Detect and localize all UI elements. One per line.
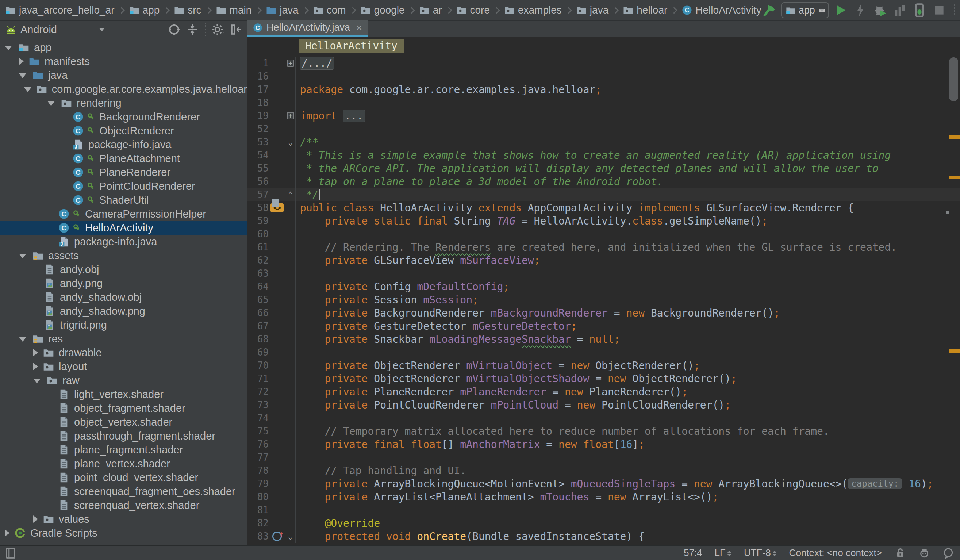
warning-stripe[interactable]: [949, 349, 960, 353]
line-number[interactable]: 76: [248, 439, 269, 450]
line-number[interactable]: 61: [248, 242, 269, 253]
tree-item-drawable[interactable]: drawable: [0, 346, 247, 360]
breadcrumb-item-java_arcore_hello_ar[interactable]: java_arcore_hello_ar: [5, 4, 115, 16]
gear-icon[interactable]: [211, 23, 224, 36]
build-button[interactable]: [762, 2, 778, 18]
tree-item-values[interactable]: values: [0, 512, 247, 526]
line-number[interactable]: 52: [248, 123, 269, 134]
run-configuration-select[interactable]: app: [781, 2, 829, 18]
tree-item-assets[interactable]: assets: [0, 249, 247, 262]
code-text[interactable]: import ...: [296, 110, 365, 122]
breadcrumb-item-main[interactable]: main: [216, 4, 252, 16]
tree-item-manifests[interactable]: manifests: [0, 54, 247, 68]
fold-start-icon[interactable]: ⌄: [288, 532, 293, 541]
run-button[interactable]: [833, 2, 849, 18]
tree-item-backgroundrenderer[interactable]: CBackgroundRenderer: [0, 110, 247, 124]
code-text[interactable]: private static final String TAG = HelloA…: [296, 215, 768, 227]
line-number[interactable]: 59: [248, 215, 269, 226]
tree-item-app[interactable]: app: [0, 40, 247, 54]
line-number[interactable]: 63: [248, 268, 269, 279]
tree-expanded-icon[interactable]: [19, 337, 26, 342]
fold-end-icon[interactable]: ⌃: [288, 190, 293, 199]
close-icon[interactable]: ×: [356, 22, 362, 33]
breadcrumb-item-HelloArActivity[interactable]: CHelloArActivity: [682, 4, 761, 16]
debug-button[interactable]: [872, 2, 888, 18]
breadcrumb-item-java[interactable]: java: [266, 4, 298, 16]
tree-expanded-icon[interactable]: [19, 74, 26, 78]
line-number[interactable]: 70: [248, 360, 269, 371]
line-number[interactable]: 83: [248, 531, 269, 542]
fold-start-icon[interactable]: ⌄: [288, 138, 293, 147]
collapse-all-icon[interactable]: [186, 23, 199, 36]
tree-item-camerapermissionhelper[interactable]: CCameraPermissionHelper: [0, 207, 247, 221]
profiler-button[interactable]: [892, 2, 908, 18]
code-text[interactable]: // Temporary matrix allocated here to re…: [296, 425, 829, 437]
code-text[interactable]: private PointCloudRenderer mPointCloud =…: [296, 399, 731, 411]
tree-item-gradle-scripts[interactable]: Gradle Scripts: [0, 526, 247, 540]
line-number[interactable]: 18: [248, 97, 269, 108]
breadcrumb-item-java[interactable]: java: [576, 4, 608, 16]
code-text[interactable]: private ObjectRenderer mVirtualObject = …: [296, 360, 700, 372]
line-number[interactable]: 62: [248, 255, 269, 266]
tree-expanded-icon[interactable]: [24, 87, 31, 92]
code-text[interactable]: public class HelloArActivity extends App…: [296, 202, 854, 214]
breadcrumb-class-chip[interactable]: HelloArActivity: [299, 39, 404, 53]
code-text[interactable]: private Snackbar mLoadingMessageSnackbar…: [296, 333, 620, 346]
tree-item-com-google-ar-core-examples-java-helloar[interactable]: com.google.ar.core.examples.java.helloar: [0, 82, 247, 96]
tool-window-toggle-icon[interactable]: [4, 547, 17, 559]
tree-item-light-vertex-shader[interactable]: light_vertex.shader: [0, 387, 247, 401]
tree-item-object-fragment-shader[interactable]: object_fragment.shader: [0, 401, 247, 415]
line-number[interactable]: 16: [248, 71, 269, 82]
code-text[interactable]: private ArrayList<PlaneAttachment> mTouc…: [296, 491, 718, 503]
inspections-hector-icon[interactable]: [918, 547, 930, 559]
caret-position-widget[interactable]: 57:4: [684, 547, 702, 558]
line-number[interactable]: 53: [248, 136, 269, 147]
code-text[interactable]: * the ARCore API. The application will d…: [296, 162, 878, 174]
code-text[interactable]: private Config mDefaultConfig;: [296, 281, 509, 293]
tree-expanded-icon[interactable]: [48, 101, 55, 106]
related-xml-badge-icon[interactable]: <>: [270, 203, 284, 212]
code-text[interactable]: private Session mSession;: [296, 294, 478, 306]
editor-scrollbar[interactable]: [947, 54, 960, 546]
line-number[interactable]: 82: [248, 518, 269, 529]
tree-item-plane-fragment-shader[interactable]: plane_fragment.shader: [0, 443, 247, 457]
code-text[interactable]: * tap on a plane to place a 3d model of …: [296, 176, 663, 188]
lock-icon[interactable]: [894, 547, 906, 559]
line-number[interactable]: 74: [248, 413, 269, 424]
breadcrumb-item-src[interactable]: src: [174, 4, 201, 16]
tree-collapsed-icon[interactable]: [33, 349, 38, 356]
tree-item-pointcloudrenderer[interactable]: CPointCloudRenderer: [0, 179, 247, 193]
code-editor[interactable]: 1+/.../1617package com.google.ar.core.ex…: [248, 54, 960, 546]
code-text[interactable]: */: [296, 189, 320, 201]
line-number[interactable]: 56: [248, 176, 269, 187]
tree-collapsed-icon[interactable]: [5, 530, 10, 537]
line-number[interactable]: 69: [248, 347, 269, 358]
tree-item-andy-png[interactable]: andy.png: [0, 276, 247, 290]
code-text[interactable]: private ObjectRenderer mVirtualObjectSha…: [296, 373, 737, 385]
tree-expanded-icon[interactable]: [33, 379, 40, 383]
code-text[interactable]: * This is a simple example that shows ho…: [296, 149, 891, 162]
line-number[interactable]: 57: [248, 189, 269, 200]
tree-item-raw[interactable]: raw: [0, 373, 247, 387]
line-number[interactable]: 68: [248, 334, 269, 345]
tree-item-helloaractivity[interactable]: CHelloArActivity: [0, 221, 247, 235]
line-number[interactable]: 66: [248, 307, 269, 318]
line-separator-widget[interactable]: LF: [715, 547, 731, 558]
line-number[interactable]: 65: [248, 294, 269, 305]
breadcrumb-item-com[interactable]: com: [313, 4, 346, 16]
line-number[interactable]: 55: [248, 163, 269, 174]
line-number[interactable]: 67: [248, 320, 269, 331]
tree-item-andy-shadow-obj[interactable]: andy_shadow.obj: [0, 290, 247, 304]
tree-item-rendering[interactable]: rendering: [0, 96, 247, 110]
tree-item-point-cloud-vertex-shader[interactable]: point_cloud_vertex.shader: [0, 470, 247, 485]
line-number[interactable]: 54: [248, 150, 269, 161]
code-text[interactable]: private final float[] mAnchorMatrix = ne…: [296, 438, 645, 451]
apply-changes-button[interactable]: [852, 2, 868, 18]
code-text[interactable]: private ArrayBlockingQueue<MotionEvent> …: [296, 478, 933, 490]
tree-item-plane-vertex-shader[interactable]: plane_vertex.shader: [0, 457, 247, 470]
breadcrumb-item-ar[interactable]: ar: [419, 4, 442, 16]
code-text[interactable]: private GestureDetector mGestureDetector…: [296, 320, 577, 332]
tree-item-shaderutil[interactable]: CShaderUtil: [0, 193, 247, 207]
tree-item-layout[interactable]: layout: [0, 360, 247, 373]
line-number[interactable]: 72: [248, 386, 269, 397]
